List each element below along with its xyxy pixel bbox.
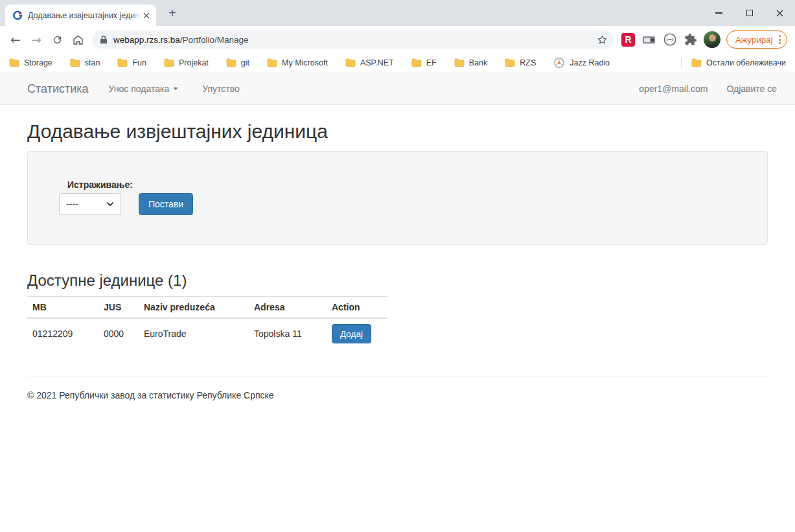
bookmark-jazz-radio[interactable]: Jazz Radio [553,57,610,69]
bookmark-stan[interactable]: stan [70,58,100,67]
cell-jus: 0000 [98,318,139,349]
cell-mb: 01212209 [27,318,98,349]
lock-icon [100,35,108,44]
column-header-jus: JUS [98,297,139,319]
reload-icon [52,34,63,45]
bookmark-my-microsoft[interactable]: My Microsoft [267,58,328,67]
bookmark-rzs[interactable]: RZS [505,58,536,67]
units-heading: Доступне јединице (1) [27,272,768,290]
folder-icon [9,58,19,67]
user-email: oper1@mail.com [639,84,708,94]
folder-icon [267,58,277,67]
folder-icon [164,58,174,67]
survey-label: Истраживање: [67,179,754,190]
bookmark-storage[interactable]: Storage [9,58,52,67]
extensions-puzzle-icon[interactable] [684,33,697,46]
home-icon [72,34,84,46]
column-header-action: Action [327,297,387,319]
window-close-button[interactable] [765,0,795,26]
close-icon [776,10,783,17]
set-button[interactable]: Постави [139,193,193,215]
column-header-mb: MB [27,297,98,319]
chevron-down-icon [173,87,178,90]
site-favicon [12,10,23,21]
nav-data-entry[interactable]: Унос података [109,84,179,94]
new-tab-button[interactable]: + [165,6,180,21]
column-header-adresa: Adresa [249,297,327,319]
cell-adresa: Topolska 11 [249,318,327,349]
page-title: Додавање извјештајних јединица [27,121,768,143]
table-row: 01212209 0000 EuroTrade Topolska 11 Дода… [27,318,387,349]
units-table: MB JUS Naziv preduzeća Adresa Action 012… [27,296,387,349]
browser-titlebar: Додавање извјештајних једини + [0,0,795,26]
jazz-radio-icon [553,57,565,69]
window-minimize-button[interactable] [704,0,734,26]
chevron-down-icon [106,202,114,207]
bookmarks-bar: Storage stan Fun Projekat git My Microso… [0,53,795,73]
survey-select-value: ---- [66,199,78,209]
bookmark-ef[interactable]: EF [411,58,437,67]
browser-tab[interactable]: Додавање извјештајних једини [5,5,156,26]
tab-close-icon[interactable] [141,10,152,21]
cell-naziv: EuroTrade [139,318,249,349]
folder-icon [454,58,465,67]
update-label: Ажурирај [735,35,773,45]
bookmark-bank[interactable]: Bank [454,58,488,67]
bookmarks-divider [681,58,682,68]
folder-icon [411,58,422,67]
folder-icon [345,58,356,67]
folder-icon [117,58,128,67]
bookmark-aspnet[interactable]: ASP.NET [345,58,394,67]
brand-link[interactable]: Статистика [27,82,89,96]
other-bookmarks-button[interactable]: Остали обележивачи [691,58,786,67]
survey-select[interactable]: ---- [59,193,121,215]
sign-out-link[interactable]: Одјавите се [726,84,777,94]
forward-button[interactable]: → [26,29,47,50]
maximize-icon [746,10,753,16]
add-button[interactable]: Додај [332,324,371,343]
minimize-icon [715,12,722,13]
nav-manual[interactable]: Упутство [202,84,240,94]
home-button[interactable] [67,29,88,50]
bookmark-projekat[interactable]: Projekat [164,58,209,67]
bookmark-fun[interactable]: Fun [117,58,146,67]
survey-form-panel: Истраживање: ---- Постави [27,151,768,245]
folder-icon [505,58,515,67]
back-button[interactable]: ← [5,29,26,50]
window-maximize-button[interactable] [734,0,765,26]
bookmark-git[interactable]: git [226,58,249,67]
column-header-naziv: Naziv preduzeća [139,297,249,319]
chrome-update-button[interactable]: Ажурирај [726,30,787,49]
profile-avatar[interactable] [704,31,720,48]
bookmark-star-icon[interactable] [597,34,608,45]
extension-r-icon[interactable]: R [621,33,635,47]
footer-divider [27,376,768,376]
address-bar[interactable]: webapp.rzs.rs.ba/Portfolio/Manage [92,30,614,49]
reload-button[interactable] [47,29,67,50]
folder-icon [691,58,702,67]
extension-radio-icon[interactable] [642,33,656,47]
folder-icon [226,58,236,67]
extension-circle-icon[interactable] [663,32,677,47]
url-text: webapp.rzs.rs.ba/Portfolio/Manage [113,35,597,45]
browser-menu-icon[interactable] [779,35,781,44]
footer-copyright: © 2021 Републички завод за статистику Ре… [27,390,768,400]
site-navbar: Статистика Унос података Упутство oper1@… [0,73,795,105]
tab-title: Додавање извјештајних једини [28,10,141,21]
browser-toolbar: ← → webapp.rzs.rs.ba/Portfolio/Manage R … [0,26,795,53]
folder-icon [70,58,80,67]
table-header-row: MB JUS Naziv preduzeća Adresa Action [27,297,387,319]
